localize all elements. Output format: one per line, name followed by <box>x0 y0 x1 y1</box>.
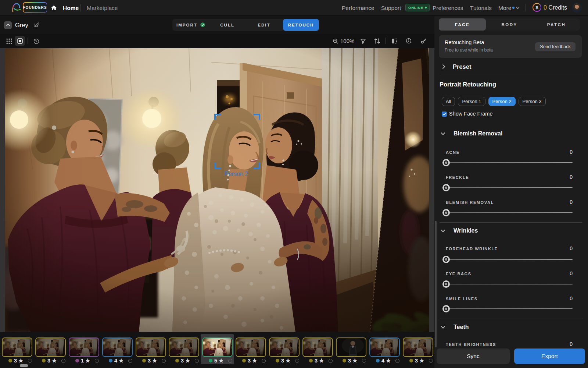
svg-text:Person 2: Person 2 <box>225 171 248 177</box>
